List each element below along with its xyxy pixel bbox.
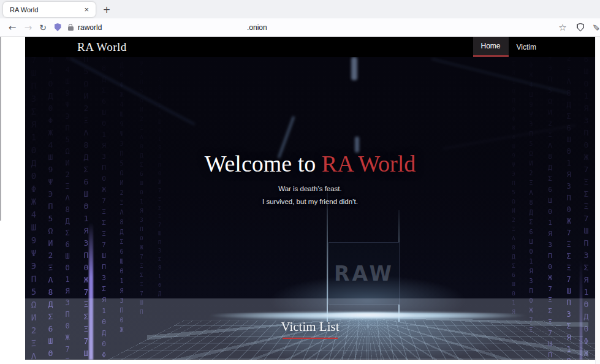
extension-wand-icon[interactable]: ✎ (587, 20, 600, 35)
hero-tagline-1: War is death’s feast. (25, 185, 595, 192)
nav-item-home[interactable]: Home (473, 37, 509, 57)
site-content: RA World Home Victim Ξ7ШΠ3ΣЯ1ΘД0ΦЖ4Ш9ΨЭΠ… (25, 37, 595, 360)
forward-icon[interactable]: → (21, 18, 36, 36)
site-header: RA World Home Victim (25, 37, 595, 57)
hero-section: Ξ7ШΠ3ΣЯ1ΘД0ΦЖ4Ш9ΨЭΠ5ΩИ2ΞΛ8ДΣ6ШΣЯ1ΘД0ΦЖ4Ш… (25, 57, 595, 360)
lock-icon[interactable] (65, 18, 76, 36)
tab-close-icon[interactable]: × (82, 5, 91, 14)
nav-item-victim[interactable]: Victim (509, 37, 544, 57)
scrollbar[interactable] (595, 37, 600, 364)
hero-title-brand: RA World (322, 151, 416, 176)
browser-toolbar: ← → ↻ raworld .onion ☆ ✎ (0, 18, 600, 37)
site-brand[interactable]: RA World (77, 40, 127, 54)
tab-bar: RA World × + (0, 0, 600, 18)
shield-icon[interactable] (574, 18, 587, 36)
hero-title: Welcome to RA World (25, 150, 595, 177)
page-viewport: RA World Home Victim Ξ7ШΠ3ΣЯ1ΘД0ΦЖ4Ш9ΨЭΠ… (0, 37, 600, 364)
bookmark-star-icon[interactable]: ☆ (556, 18, 569, 36)
tab-title: RA World (10, 6, 82, 13)
browser-tab[interactable]: RA World × (3, 2, 96, 17)
back-icon[interactable]: ← (5, 18, 20, 36)
tracking-protection-icon[interactable] (51, 18, 64, 36)
site-nav: Home Victim (473, 37, 544, 57)
hero-tagline-2: I survived, but my friend didn’t. (25, 198, 595, 205)
browser-window: RA World × + ← → ↻ raworld .onion ☆ ✎ RA… (0, 0, 600, 364)
url-input[interactable]: raworld (78, 18, 102, 36)
victim-list-underline (283, 338, 338, 339)
ceiling-light-beam (351, 57, 357, 80)
new-tab-button[interactable]: + (99, 2, 114, 17)
window-edge (0, 37, 1, 221)
victim-list-link[interactable]: Victim List (25, 319, 595, 335)
hero-title-prefix: Welcome to (205, 151, 322, 176)
reload-icon[interactable]: ↻ (36, 18, 50, 36)
url-tld-text: .onion (247, 18, 267, 36)
